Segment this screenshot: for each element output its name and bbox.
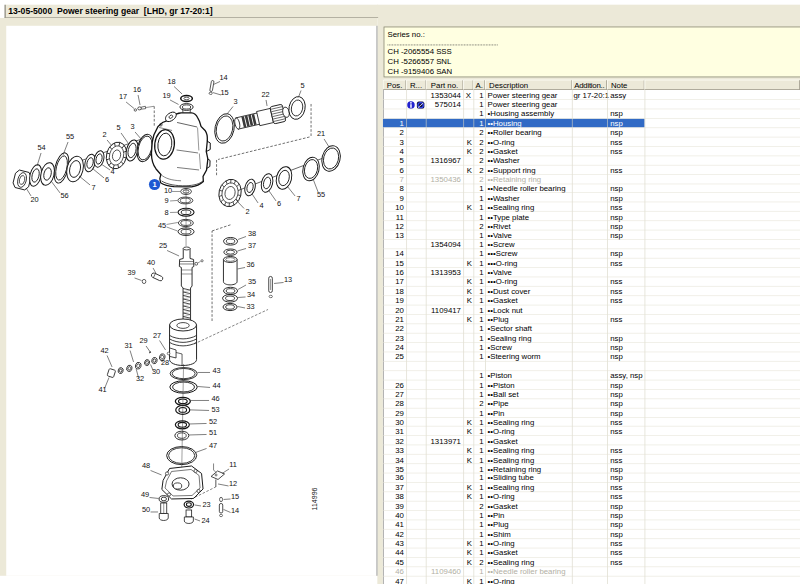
svg-text:4: 4 — [110, 167, 114, 176]
svg-text:40: 40 — [147, 258, 155, 267]
svg-text:35: 35 — [248, 277, 256, 286]
svg-text:22: 22 — [261, 90, 269, 99]
svg-text:15: 15 — [220, 88, 228, 97]
svg-text:24: 24 — [201, 516, 209, 525]
svg-text:43: 43 — [212, 366, 220, 375]
svg-text:14: 14 — [219, 73, 227, 82]
svg-text:114996: 114996 — [311, 487, 318, 510]
svg-text:8: 8 — [164, 208, 168, 217]
svg-text:32: 32 — [136, 374, 144, 383]
svg-text:30: 30 — [152, 367, 160, 376]
svg-text:47: 47 — [209, 441, 217, 450]
svg-text:15: 15 — [231, 492, 239, 501]
svg-text:23: 23 — [202, 500, 210, 509]
svg-text:5: 5 — [116, 123, 120, 132]
svg-text:31: 31 — [124, 341, 132, 350]
svg-text:28: 28 — [161, 358, 169, 367]
svg-text:46: 46 — [211, 394, 219, 403]
svg-text:45: 45 — [158, 221, 166, 230]
svg-text:54: 54 — [37, 143, 45, 152]
svg-text:33: 33 — [246, 302, 254, 311]
svg-text:3: 3 — [233, 97, 237, 106]
svg-text:56: 56 — [60, 191, 68, 200]
svg-text:13: 13 — [284, 275, 292, 284]
svg-text:29: 29 — [139, 336, 147, 345]
svg-text:14: 14 — [231, 506, 239, 515]
svg-text:12: 12 — [229, 479, 237, 488]
svg-text:7: 7 — [296, 194, 300, 203]
svg-text:6: 6 — [105, 175, 109, 184]
svg-text:10: 10 — [164, 186, 172, 195]
svg-text:19: 19 — [162, 91, 170, 100]
svg-text:17: 17 — [119, 92, 127, 101]
svg-text:9: 9 — [164, 196, 168, 205]
svg-text:38: 38 — [248, 229, 256, 238]
svg-text:2: 2 — [245, 207, 249, 216]
svg-text:27: 27 — [153, 331, 161, 340]
svg-text:44: 44 — [212, 381, 220, 390]
svg-text:49: 49 — [141, 490, 149, 499]
svg-text:1: 1 — [152, 180, 156, 189]
svg-text:18: 18 — [167, 77, 175, 86]
svg-text:20: 20 — [30, 195, 38, 204]
svg-text:55: 55 — [66, 132, 74, 141]
svg-text:25: 25 — [159, 241, 167, 250]
svg-text:3: 3 — [130, 122, 134, 131]
svg-text:51: 51 — [209, 428, 217, 437]
svg-text:52: 52 — [209, 417, 217, 426]
svg-text:5: 5 — [300, 81, 304, 90]
svg-text:6: 6 — [277, 199, 281, 208]
svg-text:36: 36 — [246, 260, 254, 269]
svg-text:21: 21 — [317, 129, 325, 138]
svg-text:37: 37 — [248, 241, 256, 250]
svg-text:48: 48 — [142, 461, 150, 470]
svg-text:53: 53 — [211, 405, 219, 414]
svg-text:2: 2 — [102, 130, 106, 139]
svg-text:11: 11 — [229, 460, 237, 469]
svg-text:34: 34 — [247, 290, 255, 299]
svg-text:7: 7 — [91, 183, 95, 192]
svg-text:39: 39 — [127, 268, 135, 277]
svg-text:16: 16 — [133, 85, 141, 94]
svg-text:42: 42 — [100, 346, 108, 355]
svg-text:50: 50 — [142, 505, 150, 514]
svg-text:4: 4 — [259, 201, 263, 210]
